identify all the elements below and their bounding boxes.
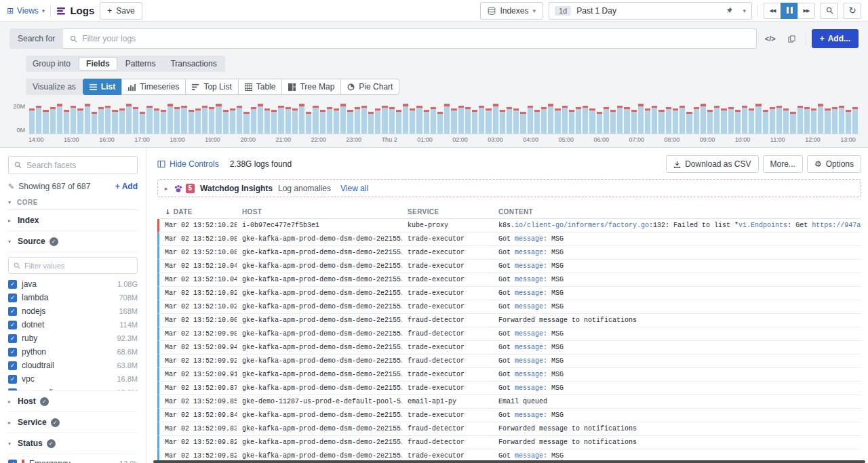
histogram-bar[interactable] — [57, 104, 62, 134]
histogram-bar[interactable] — [202, 106, 208, 134]
histogram-bar[interactable] — [140, 112, 145, 134]
checkbox-checked[interactable]: ✓ — [8, 294, 17, 302]
log-row[interactable]: Mar 02 13:52:09.838gke-kafka-apm-prod-de… — [157, 422, 861, 436]
histogram-bar[interactable] — [679, 106, 685, 134]
facet-search-input[interactable] — [26, 161, 132, 170]
column-header-host[interactable]: HOST — [237, 208, 402, 216]
viz-tab-timeseries[interactable]: Timeseries — [121, 79, 186, 95]
save-button[interactable]: + Save — [100, 2, 142, 20]
histogram-bar[interactable] — [112, 110, 117, 134]
histogram-bar[interactable] — [105, 106, 111, 134]
log-row[interactable]: Mar 02 13:52:09.982gke-kafka-apm-prod-de… — [157, 327, 861, 341]
histogram-bar[interactable] — [396, 110, 401, 134]
histogram-bar[interactable] — [230, 108, 235, 134]
histogram-bar[interactable] — [278, 106, 283, 134]
histogram-bar[interactable] — [520, 112, 526, 134]
zoom-button[interactable] — [821, 3, 838, 19]
source-filter-input[interactable] — [24, 262, 132, 270]
histogram-bar[interactable] — [624, 107, 629, 134]
histogram-bar[interactable] — [728, 107, 734, 134]
edit-icon[interactable]: ✎ — [8, 182, 14, 191]
pause-button[interactable] — [781, 3, 798, 19]
histogram-bar[interactable] — [389, 107, 395, 134]
facet-item-nodejs[interactable]: ✓nodejs168M — [8, 304, 138, 318]
expand-chevron-icon[interactable]: ▸ — [165, 185, 168, 192]
histogram-bar[interactable] — [583, 106, 588, 134]
core-section-toggle[interactable]: ▾ CORE — [8, 194, 138, 210]
column-header-date[interactable]: ↓ DATE — [159, 208, 237, 216]
histogram-bar[interactable] — [645, 108, 650, 134]
viz-tab-tree-map[interactable]: Tree Map — [281, 79, 341, 95]
histogram-bar[interactable] — [243, 112, 249, 134]
histogram-bar[interactable] — [119, 108, 125, 134]
histogram-bar[interactable] — [36, 106, 41, 134]
histogram-bar[interactable] — [714, 106, 719, 134]
histogram-bar[interactable] — [355, 107, 360, 134]
checkbox-checked[interactable]: ✓ — [8, 307, 17, 316]
histogram-bar[interactable] — [797, 106, 803, 134]
column-header-service[interactable]: SERVICE — [402, 208, 493, 216]
histogram-bar[interactable] — [638, 104, 644, 134]
view-all-link[interactable]: View all — [340, 184, 368, 193]
facet-item-ruby[interactable]: ✓ruby92.3M — [8, 331, 138, 345]
histogram-bar[interactable] — [50, 107, 56, 134]
histogram-bar[interactable] — [174, 107, 180, 134]
histogram-bar[interactable] — [500, 110, 505, 134]
facet-source-toggle[interactable]: ▾ Source ✓ — [8, 231, 138, 252]
histogram-bar[interactable] — [133, 107, 138, 134]
histogram-bar[interactable] — [576, 107, 581, 134]
histogram-bar[interactable] — [673, 108, 678, 134]
histogram-bar[interactable] — [472, 110, 477, 134]
checkbox-checked[interactable]: ✓ — [8, 280, 17, 289]
facet-service-toggle[interactable]: ▸ Service ✓ — [8, 412, 138, 433]
histogram-bar[interactable] — [77, 108, 83, 134]
histogram-bar[interactable] — [631, 110, 637, 134]
histogram-bar[interactable] — [507, 107, 512, 134]
histogram-bar[interactable] — [181, 106, 186, 134]
log-row[interactable]: Mar 02 13:52:10.002gke-kafka-apm-prod-de… — [157, 314, 861, 327]
histogram-bar[interactable] — [92, 112, 97, 134]
histogram-bar[interactable] — [832, 107, 837, 134]
pin-icon[interactable] — [721, 3, 737, 19]
histogram-bar[interactable] — [320, 110, 326, 134]
watchdog-banner[interactable]: ▸ 5 Watchdog Insights Log anomalies View… — [157, 179, 861, 197]
log-row[interactable]: Mar 02 13:52:09.873gke-kafka-apm-prod-de… — [157, 382, 861, 395]
log-row[interactable]: Mar 02 13:52:10.048gke-kafka-apm-prod-de… — [157, 273, 861, 287]
copy-button[interactable] — [784, 31, 800, 47]
group-tab-transactions[interactable]: Transactions — [163, 57, 223, 71]
log-row[interactable]: Mar 02 13:52:10.027gke-kafka-apm-prod-de… — [157, 287, 861, 300]
facet-item-dotnet[interactable]: ✓dotnet114M — [8, 318, 138, 331]
log-row[interactable]: Mar 02 13:52:10.022gke-kafka-apm-prod-de… — [157, 300, 861, 314]
histogram-bar[interactable] — [694, 107, 699, 134]
histogram-bar[interactable] — [167, 104, 173, 134]
histogram-bar[interactable] — [64, 110, 69, 134]
histogram-bar[interactable] — [410, 108, 415, 134]
histogram-bar[interactable] — [818, 104, 823, 134]
forward-button[interactable]: ▶▶ — [797, 3, 815, 19]
histogram-bar[interactable] — [548, 104, 553, 134]
histogram-bar[interactable] — [334, 108, 339, 134]
histogram-bar[interactable] — [569, 110, 574, 134]
histogram-bar[interactable] — [271, 110, 277, 134]
histogram-bar[interactable] — [534, 110, 540, 134]
histogram-bar[interactable] — [251, 107, 256, 134]
viz-tab-list[interactable]: List — [83, 79, 122, 95]
histogram-bar[interactable] — [562, 106, 568, 134]
views-button[interactable]: ⊞ Views ▾ — [7, 6, 45, 16]
histogram-bar[interactable] — [71, 106, 76, 134]
log-row[interactable]: Mar 02 13:52:09.824gke-kafka-apm-prod-de… — [157, 436, 861, 449]
facet-item-lambda[interactable]: ✓lambda708M — [8, 291, 138, 304]
histogram-bar[interactable] — [493, 104, 498, 134]
refresh-button[interactable]: ↻ — [844, 3, 861, 19]
histogram-bar[interactable] — [465, 107, 471, 134]
checkbox-checked[interactable]: ✓ — [8, 348, 17, 357]
time-range-picker[interactable]: 1d Past 1 Day ▾ — [549, 2, 752, 20]
histogram-bar[interactable] — [85, 104, 90, 134]
facet-host-toggle[interactable]: ▸ Host ✓ — [8, 391, 138, 412]
histogram-bar[interactable] — [513, 108, 519, 134]
histogram-bar[interactable] — [361, 106, 367, 134]
histogram-bar[interactable] — [541, 107, 547, 134]
histogram-bar[interactable] — [528, 106, 533, 134]
group-tab-fields[interactable]: Fields — [79, 57, 117, 71]
histogram-bar[interactable] — [610, 110, 616, 134]
